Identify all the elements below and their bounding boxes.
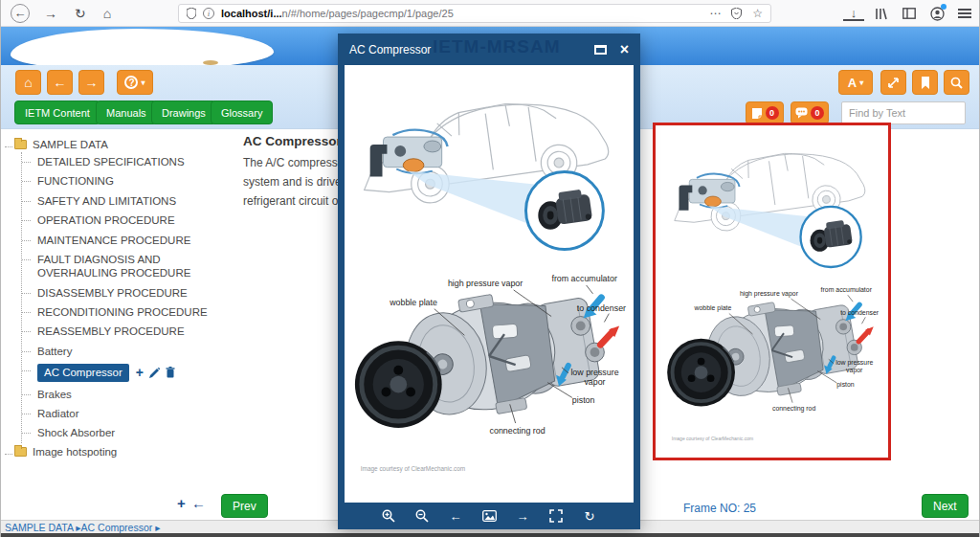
downloads-icon[interactable]: ↓ [843,6,864,21]
prev-label: Prev [233,500,256,513]
tab-manuals[interactable]: Manuals [96,101,157,124]
image-icon[interactable] [481,508,497,524]
tab-label: Glossary [221,107,262,119]
add-topic-icon[interactable]: + [136,366,144,379]
close-icon[interactable]: × [620,42,629,57]
library-icon[interactable] [871,3,892,24]
tab-ietm-content[interactable]: IETM Content [14,101,100,124]
edit-pencil-icon[interactable] [149,368,160,378]
sidebar-toggle-icon[interactable] [899,3,920,24]
tree-item-maintenance-procedure[interactable]: MAINTENANCE PROCEDURE [35,231,208,250]
label-low-pressure-vapor: low pressure [570,368,618,377]
label-from-accumulator: from accumulator [551,274,616,283]
tree-item-battery[interactable]: Battery [35,342,208,361]
window-border [1,533,980,537]
browser-back-icon[interactable]: ← [11,4,30,23]
previous-image-icon[interactable]: ← [448,508,463,524]
label-high-pressure-vapor: high pressure vapor [448,279,523,288]
tree-item-detailed-specifications[interactable]: DETAILED SPECIFICATIONS [35,152,208,171]
tree-item-fault-diagnosis[interactable]: FAULT DIAGNOSIS AND OVERHAULING PROCEDUR… [35,250,208,283]
label-low-pressure-vapor: low pressure [835,359,873,367]
modal-footer-toolbar: ← → ↻ [338,503,640,529]
prev-button[interactable]: Prev [221,494,268,518]
tree-item-reassembly-procedure[interactable]: REASSEMBLY PROCEDURE [35,322,208,341]
nav-back-button[interactable]: ← [47,70,73,95]
breadcrumb-trail[interactable]: SAMPLE DATA ▸AC Compressor ▸ [5,522,160,533]
comments-button[interactable]: 0 [791,101,829,124]
tree-item-safety-and-limitations[interactable]: SAFETY AND LIMITATIONS [35,191,208,211]
next-image-icon[interactable]: → [515,508,530,524]
home-icon: ⌂ [24,75,32,90]
label-wobble-plate: wobble plate [694,304,732,312]
label-piston: piston [836,381,855,389]
browser-home-icon[interactable]: ⌂ [95,7,120,20]
folder-icon [14,140,27,149]
bookmark-button[interactable] [912,70,938,95]
back-frame-icon[interactable]: ← [191,495,206,511]
fullscreen-button[interactable] [880,70,906,95]
pocket-icon[interactable] [731,8,742,19]
page-actions-icon[interactable]: ⋯ [709,7,721,20]
find-by-text-input[interactable] [841,101,966,124]
tree-item-shock-absorber[interactable]: Shock Absorber [35,423,208,442]
search-button[interactable] [944,70,969,95]
tab-drawings[interactable]: Drawings [151,101,216,124]
ac-compressor-figure: high pressure vapor from accumulator to … [347,73,631,488]
maximize-icon[interactable] [594,45,607,55]
modal-title-bar[interactable]: AC Compressor × [338,34,640,65]
fit-screen-icon[interactable] [548,508,564,524]
tree-item-disassembly-procedure[interactable]: DISASSEMBLY PROCEDURE [35,283,208,302]
site-info-icon[interactable]: i [203,8,214,19]
help-caret-icon: ▾ [141,78,145,87]
label-piston: piston [572,395,595,405]
add-frame-icon[interactable]: + [177,495,186,511]
car-overview-illustration [357,94,612,250]
label-from-accumulator: from accumulator [821,286,873,293]
forward-arrow-icon: → [85,75,99,90]
tab-label: IETM Content [25,107,90,119]
toc-tree: SAMPLE DATA DETAILED SPECIFICATIONS FUNC… [9,139,234,458]
tree-item-functioning[interactable]: FUNCTIONING [35,171,208,190]
tab-glossary[interactable]: Glossary [211,101,273,124]
tree-root-image-hotspoting[interactable]: Image hotspoting [9,446,234,458]
hotspot-image-panel[interactable]: high pressure vapor from accumulator to … [653,123,891,460]
delete-trash-icon[interactable] [166,367,175,378]
frame-number: Frame NO: 25 [683,502,756,515]
account-icon[interactable] [926,3,947,24]
tree-item-brakes[interactable]: Brakes [35,385,208,404]
compressor-cutaway: high pressure vapor from accumulator to … [355,274,626,436]
body-text-line: The A/C compresso [243,156,344,169]
figure-caption: Image courtesy of ClearMechanic.com [361,465,465,473]
help-button[interactable]: ? ▾ [117,70,153,95]
next-button[interactable]: Next [922,494,969,518]
home-button[interactable]: ⌂ [15,70,41,95]
menu-icon[interactable] [954,3,975,24]
url-path: n/#/home/pages/pagecmp/1/page/25 [282,8,454,19]
address-bar[interactable]: i localhost/i... n/#/home/pages/pagecmp/… [178,4,771,23]
page-title: AC Compressor [243,134,342,148]
tree-item-radiator[interactable]: Radiator [35,404,208,423]
clutch-pulley [355,341,442,428]
url-host: localhost/i... [221,8,282,19]
font-size-button[interactable]: A ▾ [838,70,873,95]
browser-forward-icon[interactable]: → [35,7,66,20]
comment-icon [795,107,808,119]
bookmark-star-icon[interactable]: ☆ [752,7,763,20]
clutch-pulley [667,339,735,407]
zoom-out-icon[interactable] [414,508,430,524]
tree-item-ac-compressor-selected[interactable]: AC Compressor [37,364,129,381]
tracking-shield-icon [187,8,196,19]
tree-item-operation-procedure[interactable]: OPERATION PROCEDURE [35,211,208,230]
notes-button[interactable]: 0 [746,101,784,124]
refresh-icon[interactable]: ↻ [582,508,597,524]
tree-item-reconditioning-procedure[interactable]: RECONDITIONING PROCEDURE [35,302,208,322]
folder-icon [14,447,27,457]
comments-count-badge: 0 [811,106,824,120]
expand-icon [887,77,900,89]
nav-forward-button[interactable]: → [78,70,104,95]
ac-compressor-modal: AC Compressor × [338,34,640,529]
browser-reload-icon[interactable]: ↻ [66,7,95,20]
zoom-in-icon[interactable] [381,508,396,524]
compressor-cutaway: high pressure vapor from accumulator to … [667,286,880,413]
tree-root-sample-data[interactable]: SAMPLE DATA [9,139,234,150]
